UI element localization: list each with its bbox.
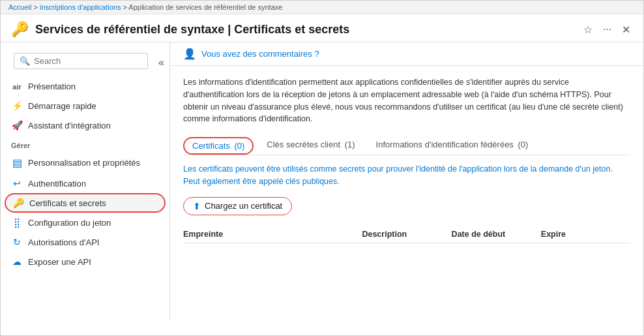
sidebar-item-label: Configuration du jeton [28, 218, 111, 228]
info-text: Les informations d'identification permet… [183, 76, 630, 125]
tab-cles-count: (1) [345, 140, 355, 149]
sidebar-item-label: Démarrage rapide [28, 101, 96, 111]
content-body: Les informations d'identification permet… [170, 66, 643, 254]
feedback-link[interactable]: Vous avez des commentaires ? [201, 49, 319, 59]
tab-certificats[interactable]: Certificats (0) [183, 137, 254, 155]
sidebar-item-config[interactable]: ⣿ Configuration du jeton [1, 213, 169, 232]
exposer-icon: ☁ [11, 256, 23, 267]
sidebar: 🔍 « air Présentation ⚡ Démarrage rapide … [1, 42, 170, 320]
sidebar-item-demarrage[interactable]: ⚡ Démarrage rapide [1, 96, 169, 115]
feedback-icon: 👤 [183, 48, 196, 60]
tabs-bar: Certificats (0) Clés secrètes client (1)… [183, 136, 630, 155]
search-input[interactable] [34, 56, 142, 66]
auth-icon: ↩ [11, 178, 23, 189]
sidebar-item-autorisations[interactable]: ↻ Autorisations d'API [1, 232, 169, 252]
sidebar-item-label: Autorisations d'API [28, 237, 99, 247]
sidebar-item-label: Présentation [28, 82, 76, 91]
autorisations-icon: ↻ [11, 237, 23, 247]
sidebar-item-presentation[interactable]: air Présentation [1, 77, 169, 96]
page-title: Services de référentiel de syntaxe | Cer… [35, 23, 581, 37]
upload-button-label: Chargez un certificat [205, 201, 282, 211]
tab-cles[interactable]: Clés secrètes client (1) [259, 136, 362, 155]
tab-federated-label: Informations d'identification fédérées [376, 140, 514, 149]
title-actions: ☆ ··· ✕ [581, 22, 633, 37]
col-description: Description [362, 230, 451, 239]
content-area: 👤 Vous avez des commentaires ? Les infor… [170, 42, 643, 320]
sidebar-item-label: Exposer une API [28, 257, 91, 267]
breadcrumb: Accueil > inscriptions d'applications > … [1, 1, 643, 14]
section-gerer-label: Gérer [1, 135, 169, 152]
pin-button[interactable]: ☆ [581, 22, 595, 37]
tab-cles-label: Clés secrètes client [267, 140, 340, 149]
sidebar-item-label: Assistant d'intégration [28, 121, 111, 130]
assistant-icon: 🚀 [11, 120, 23, 130]
sidebar-item-certs[interactable]: 🔑 Certificats et secrets [5, 193, 166, 213]
tab-certificats-label: Certificats [192, 141, 230, 151]
config-icon: ⣿ [11, 217, 23, 228]
col-expire: Expire [541, 230, 630, 239]
tab-federated-count: (0) [518, 140, 529, 149]
tab-federated[interactable]: Informations d'identification fédérées (… [368, 136, 536, 155]
breadcrumb-apps[interactable]: inscriptions d'applications [40, 3, 121, 11]
sidebar-item-label: Certificats et secrets [29, 198, 106, 208]
table-headers: Empreinte Description Date de début Expi… [183, 226, 630, 243]
sidebar-item-auth[interactable]: ↩ Authentification [1, 174, 169, 193]
sidebar-item-exposer[interactable]: ☁ Exposer une API [1, 252, 169, 271]
sidebar-item-perso[interactable]: ▤ Personnalisation et propriétés [1, 152, 169, 174]
tab-certificats-count: (0) [234, 141, 244, 151]
key-icon: 🔑 [11, 21, 29, 38]
collapse-sidebar-button[interactable]: « [158, 57, 164, 69]
perso-icon: ▤ [11, 157, 23, 169]
more-button[interactable]: ··· [600, 22, 614, 37]
breadcrumb-home[interactable]: Accueil [8, 3, 31, 11]
search-icon: 🔍 [20, 56, 30, 66]
col-date-debut: Date de début [452, 230, 541, 239]
upload-icon: ⬆ [193, 201, 201, 211]
sidebar-item-label: Authentification [28, 179, 86, 189]
cert-description: Les certificats peuvent être utilisés co… [183, 163, 630, 188]
col-empreinte: Empreinte [183, 230, 362, 239]
close-button[interactable]: ✕ [619, 22, 633, 37]
content-header: 👤 Vous avez des commentaires ? [170, 42, 643, 66]
search-container: 🔍 [14, 53, 148, 69]
sidebar-item-label: Personnalisation et propriétés [28, 158, 140, 168]
main-layout: 🔍 « air Présentation ⚡ Démarrage rapide … [1, 42, 643, 320]
presentation-icon: air [11, 83, 23, 91]
title-bar: 🔑 Services de référentiel de syntaxe | C… [1, 14, 643, 42]
upload-certificate-button[interactable]: ⬆ Chargez un certificat [183, 197, 292, 215]
breadcrumb-current: Application de services de référentiel d… [128, 3, 282, 11]
sidebar-item-assistant[interactable]: 🚀 Assistant d'intégration [1, 115, 169, 135]
certs-icon: 🔑 [12, 198, 24, 208]
demarrage-icon: ⚡ [11, 100, 23, 111]
